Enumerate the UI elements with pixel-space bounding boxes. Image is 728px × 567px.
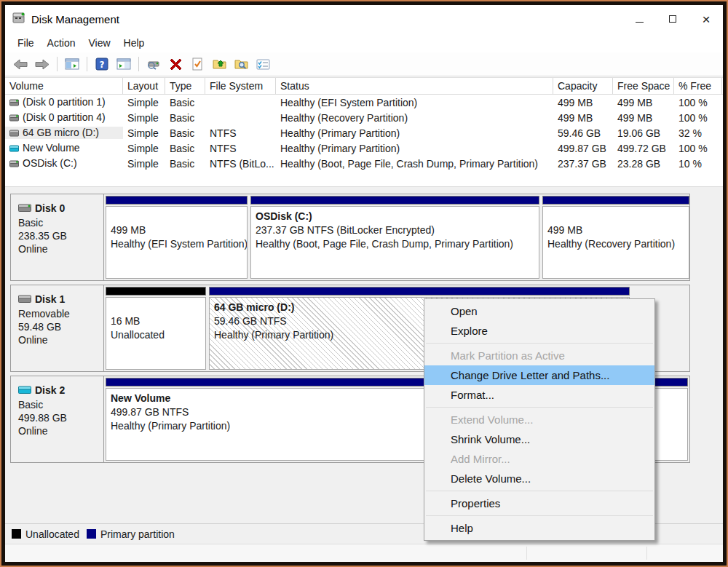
unallocated-block[interactable]: 16 MBUnallocated [106,287,206,370]
primary-partition-swatch [87,529,96,539]
properties-list-icon[interactable] [253,55,272,74]
disk-2-label[interactable]: Disk 2 Basic 499.88 GB Online [11,376,104,462]
legend-label: Primary partition [100,528,175,540]
statusbar-divider [646,547,647,560]
help-icon[interactable]: ? [92,55,111,74]
show-action-pane-icon[interactable] [114,55,133,74]
volume-row[interactable]: OSDisk (C:) Simple Basic NTFS (BitLo... … [5,156,723,171]
toolbar-separator [57,57,58,71]
partition-efi[interactable]: 499 MBHealthy (EFI System Partition) [106,196,248,279]
volume-type: Basic [165,112,205,124]
check-file-icon[interactable] [188,55,207,74]
volume-layout: Simple [123,112,165,124]
partition-recovery[interactable]: 499 MBHealthy (Recovery Partition) [542,196,689,279]
maximize-button[interactable] [656,5,689,33]
volume-status: Healthy (Primary Partition) [276,127,553,139]
disk-0-row: Disk 0 Basic 238.35 GB Online 499 MBHeal… [10,194,690,281]
disk-state: Online [18,333,98,346]
delete-volume-icon[interactable] [166,55,185,74]
column-header-layout[interactable]: Layout [123,78,165,94]
column-header-capacity[interactable]: Capacity [553,78,613,94]
volume-row[interactable]: (Disk 0 partition 4) Simple Basic Health… [5,110,723,125]
volume-free-space: 19.06 GB [613,127,674,139]
maximize-icon [669,15,676,23]
open-icon[interactable] [210,55,229,74]
disk-size: 59.48 GB [18,320,98,333]
volume-table: Volume Layout Type File System Status Ca… [5,78,723,171]
volume-free-space: 499 MB [613,112,674,124]
minimize-button[interactable] [622,5,656,33]
device-properties-icon[interactable] [144,55,163,74]
partition-osdisk-c[interactable]: OSDisk (C:)237.37 GB NTFS (BitLocker Enc… [250,196,539,279]
menu-separator [426,515,653,516]
menu-action[interactable]: Action [41,34,82,52]
partition-color-bar [209,287,630,296]
title-bar: Disk Management × [5,5,723,33]
column-header-free-space[interactable]: Free Space [613,78,674,94]
menu-item-mark-partition-active: Mark Partition as Active [424,346,654,365]
volume-row-selected[interactable]: 64 GB micro (D:) Simple Basic NTFS Healt… [5,125,723,140]
volume-status: Healthy (Boot, Page File, Crash Dump, Pr… [276,158,553,170]
volume-free-space: 499.72 GB [613,143,674,154]
disk-name: Disk 0 [35,202,65,215]
menu-separator [426,343,653,344]
volume-name: (Disk 0 partition 4) [23,111,106,123]
volume-table-header: Volume Layout Type File System Status Ca… [5,78,723,95]
back-icon[interactable] [11,55,30,74]
menu-separator [426,491,653,491]
volume-file-system: NTFS [205,127,276,139]
explore-icon[interactable] [232,55,250,74]
disk-icon [18,202,31,215]
volume-name: (Disk 0 partition 1) [23,96,106,108]
volume-name: OSDisk (C:) [23,157,77,169]
partition-context-menu: Open Explore Mark Partition as Active Ch… [424,298,655,541]
menu-item-format[interactable]: Format... [424,385,654,405]
menu-bar: File Action View Help [5,33,723,52]
volume-row[interactable]: New Volume Simple Basic NTFS Healthy (Pr… [5,140,723,156]
volume-layout: Simple [123,127,165,139]
disk-name: Disk 1 [35,293,65,306]
volume-pct-free: 100 % [674,97,722,108]
volume-type: Basic [165,158,205,170]
disk-kind: Basic [18,398,98,411]
column-header-type[interactable]: Type [165,78,205,94]
legend-primary-partition: Primary partition [87,528,175,540]
menu-item-delete-volume[interactable]: Delete Volume... [424,469,654,488]
volume-layout: Simple [123,158,165,170]
disk-0-graph: 499 MBHealthy (EFI System Partition) OSD… [104,194,689,280]
volume-capacity: 499 MB [553,112,613,124]
menu-item-shrink-volume[interactable]: Shrink Volume... [424,429,654,449]
volume-type: Basic [165,143,205,154]
forward-icon[interactable] [33,55,52,74]
volume-drive-icon [9,143,19,154]
volume-name: New Volume [23,142,80,154]
unallocated-swatch [12,529,21,539]
column-header-volume[interactable]: Volume [5,78,123,94]
close-button[interactable]: × [689,5,723,33]
column-header-file-system[interactable]: File System [205,78,276,94]
menu-file[interactable]: File [11,34,41,52]
disk-kind: Basic [18,216,98,229]
column-header-pct-free[interactable]: % Free [674,78,722,94]
disk-size: 499.88 GB [18,411,98,424]
menu-item-explore[interactable]: Explore [424,321,654,341]
volume-status: Healthy (Recovery Partition) [276,112,553,124]
column-header-status[interactable]: Status [276,78,553,94]
disk-1-label[interactable]: Disk 1 Removable 59.48 GB Online [11,285,104,371]
menu-item-extend-volume: Extend Volume... [424,410,654,429]
disk-0-label[interactable]: Disk 0 Basic 238.35 GB Online [11,194,104,280]
disk-management-window: Disk Management × File Action View Help … [5,5,723,562]
legend-unallocated: Unallocated [12,528,79,540]
menu-item-help[interactable]: Help [424,518,654,538]
menu-help[interactable]: Help [117,34,151,52]
menu-item-open[interactable]: Open [424,301,654,321]
menu-item-change-drive-letter[interactable]: Change Drive Letter and Paths... [424,365,654,385]
show-console-tree-icon[interactable] [63,55,82,74]
toolbar-separator [138,57,139,71]
disk-icon [18,293,31,306]
disk-kind: Removable [18,307,98,320]
volume-drive-icon [9,127,19,139]
menu-view[interactable]: View [82,34,116,52]
menu-item-properties[interactable]: Properties [424,493,654,513]
volume-row[interactable]: (Disk 0 partition 1) Simple Basic Health… [5,95,723,110]
